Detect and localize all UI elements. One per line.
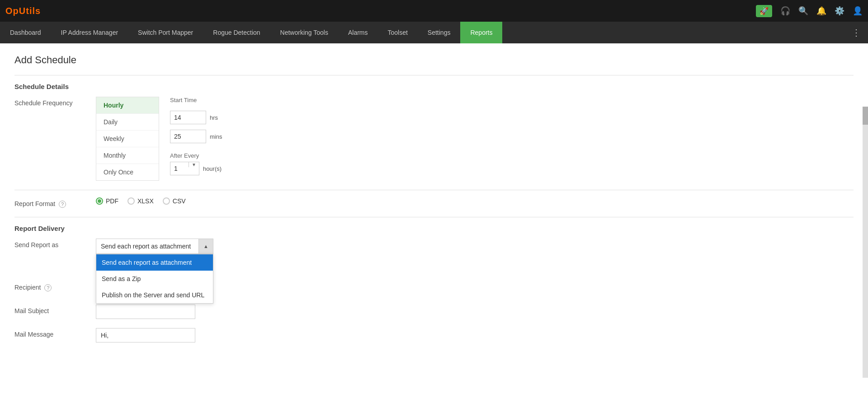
mins-row: mins: [170, 130, 222, 143]
report-format-help-icon[interactable]: ?: [59, 201, 66, 208]
report-format-section: Report Format ? PDF XLSX CSV: [14, 190, 854, 208]
radio-pdf-circle: [96, 197, 103, 205]
after-every-unit: hour(s): [203, 165, 222, 172]
after-every-value: 1: [170, 162, 189, 175]
radio-xlsx-circle: [127, 197, 135, 205]
after-every-select[interactable]: 1 ▼: [170, 162, 199, 175]
top-bar: OpUtils 🚀 🎧 🔍 🔔 ⚙️ 👤: [0, 0, 868, 22]
nav-more-button[interactable]: ⋮: [844, 27, 868, 38]
nav-item-rogue-detection[interactable]: Rogue Detection: [203, 22, 270, 43]
frequency-wrapper: Hourly Daily Weekly Monthly Only Once St…: [96, 97, 222, 181]
bell-icon[interactable]: 🔔: [816, 6, 826, 16]
page-title: Add Schedule: [14, 54, 854, 66]
headset-icon[interactable]: 🎧: [780, 6, 790, 16]
mail-message-label: Mail Message: [14, 328, 96, 338]
dropdown-display-arrow[interactable]: ▲: [198, 239, 213, 253]
radio-xlsx[interactable]: XLSX: [127, 197, 154, 205]
schedule-details-section: Schedule Details Schedule Frequency Hour…: [14, 75, 854, 181]
nav-items: Dashboard IP Address Manager Switch Port…: [0, 22, 502, 43]
report-delivery-title: Report Delivery: [14, 225, 854, 232]
report-format-row: Report Format ? PDF XLSX CSV: [14, 197, 854, 208]
hours-unit: hrs: [210, 114, 218, 121]
mins-input[interactable]: [170, 130, 206, 143]
app-logo: OpUtils: [5, 6, 41, 16]
frequency-item-monthly[interactable]: Monthly: [96, 147, 159, 164]
hours-row: hrs: [170, 111, 222, 124]
schedule-frequency-row: Schedule Frequency Hourly Daily Weekly M…: [14, 97, 854, 181]
after-every-label: After Every: [170, 152, 222, 159]
send-report-as-dropdown-wrapper: Send each report as attachment ▲ Send ea…: [96, 239, 213, 254]
report-format-label: Report Format ?: [14, 197, 96, 208]
top-bar-icons: 🚀 🎧 🔍 🔔 ⚙️ 👤: [756, 5, 863, 17]
radio-csv-label: CSV: [173, 197, 186, 205]
after-every-dropdown-arrow[interactable]: ▼: [189, 162, 199, 167]
schedule-details-title: Schedule Details: [14, 83, 854, 90]
dropdown-item-each-attachment[interactable]: Send each report as attachment: [96, 254, 213, 271]
radio-pdf[interactable]: PDF: [96, 197, 118, 205]
send-report-as-label: Send Report as: [14, 239, 96, 249]
nav-bar: Dashboard IP Address Manager Switch Port…: [0, 22, 868, 43]
send-report-as-dropdown[interactable]: Send each report as attachment ▲: [96, 239, 213, 254]
nav-item-networking-tools[interactable]: Networking Tools: [270, 22, 338, 43]
mail-subject-label: Mail Subject: [14, 305, 96, 314]
nav-item-switch-port-mapper[interactable]: Switch Port Mapper: [128, 22, 203, 43]
scrollbar-thumb[interactable]: [863, 107, 868, 125]
nav-item-alarms[interactable]: Alarms: [338, 22, 378, 43]
radio-csv-circle: [163, 197, 170, 205]
radio-pdf-label: PDF: [106, 197, 118, 205]
nav-item-reports[interactable]: Reports: [460, 22, 502, 43]
nav-item-settings[interactable]: Settings: [418, 22, 461, 43]
mail-message-input[interactable]: [96, 328, 195, 342]
user-icon[interactable]: 👤: [853, 6, 863, 16]
dropdown-item-publish-url[interactable]: Publish on the Server and send URL: [96, 287, 213, 303]
start-time-section: Start Time hrs mins After Every 1: [170, 97, 222, 175]
mins-unit: mins: [210, 133, 222, 140]
gear-icon[interactable]: ⚙️: [835, 6, 844, 16]
recipient-label: Recipient ?: [14, 281, 96, 291]
nav-item-dashboard[interactable]: Dashboard: [0, 22, 51, 43]
mail-message-row: Mail Message: [14, 328, 854, 342]
nav-item-toolset[interactable]: Toolset: [378, 22, 418, 43]
mail-subject-input[interactable]: [96, 305, 195, 319]
frequency-list: Hourly Daily Weekly Monthly Only Once: [96, 97, 159, 181]
after-every-row: 1 ▼ hour(s): [170, 162, 222, 175]
frequency-item-weekly[interactable]: Weekly: [96, 131, 159, 147]
nav-item-ip-address-manager[interactable]: IP Address Manager: [51, 22, 128, 43]
report-format-options: PDF XLSX CSV: [96, 197, 186, 205]
after-every-section: After Every 1 ▼ hour(s): [170, 152, 222, 175]
frequency-item-only-once[interactable]: Only Once: [96, 164, 159, 180]
dropdown-display-value: Send each report as attachment: [96, 239, 198, 253]
dropdown-item-zip[interactable]: Send as a Zip: [96, 271, 213, 287]
frequency-item-hourly[interactable]: Hourly: [96, 97, 159, 114]
scrollbar[interactable]: [863, 107, 868, 378]
send-report-as-row: Send Report as Send each report as attac…: [14, 239, 854, 254]
frequency-item-daily[interactable]: Daily: [96, 114, 159, 131]
start-time-label: Start Time: [170, 97, 222, 103]
mail-subject-row: Mail Subject: [14, 305, 854, 319]
main-content: Add Schedule Schedule Details Schedule F…: [0, 43, 868, 408]
report-delivery-section: Report Delivery Send Report as Send each…: [14, 217, 854, 342]
radio-csv[interactable]: CSV: [163, 197, 186, 205]
radio-xlsx-label: XLSX: [137, 197, 154, 205]
send-report-as-menu: Send each report as attachment Send as a…: [96, 254, 213, 304]
rocket-icon[interactable]: 🚀: [756, 5, 772, 17]
recipient-help-icon[interactable]: ?: [44, 284, 52, 291]
search-icon[interactable]: 🔍: [798, 6, 808, 16]
schedule-frequency-label: Schedule Frequency: [14, 97, 96, 107]
hours-input[interactable]: [170, 111, 206, 124]
